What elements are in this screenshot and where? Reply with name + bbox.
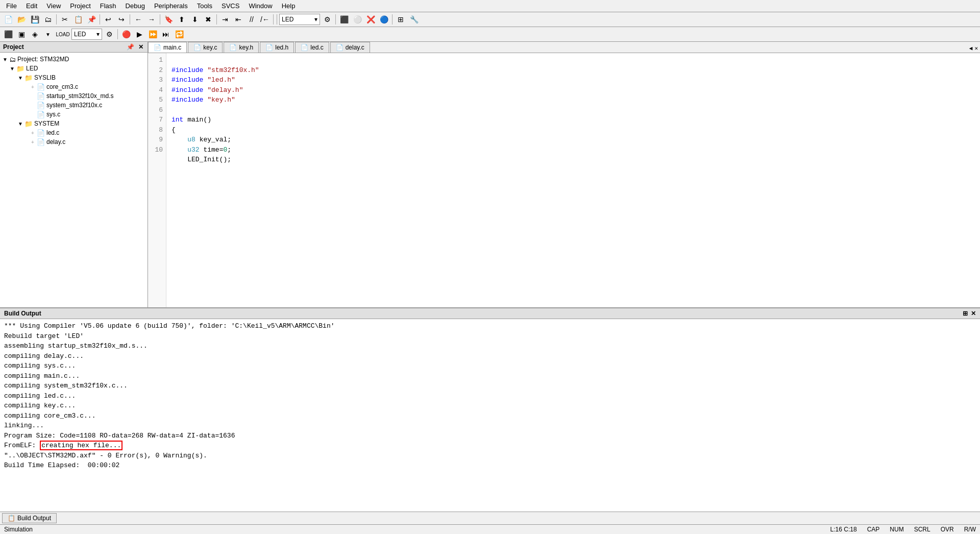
tree-led-label: LED: [26, 65, 38, 72]
tab-key-h[interactable]: 📄 key.h: [224, 42, 259, 53]
build-output-header: Build Output ⊞ ✕: [0, 308, 980, 319]
tab-main-c[interactable]: 📄 main.c: [148, 42, 187, 53]
bookmark-btn[interactable]: 🔖: [162, 14, 175, 25]
core-cm3-expander[interactable]: +: [29, 83, 37, 91]
startup-icon: 📄: [37, 92, 45, 100]
tree-delay-c[interactable]: + 📄 delay.c: [0, 137, 148, 147]
code-editor[interactable]: 1 2 3 4 5 6 7 8 9 10 #include "stm32f10x…: [148, 53, 980, 307]
copy-btn[interactable]: 📋: [72, 14, 84, 25]
prev-bookmark-btn[interactable]: ⬆: [176, 14, 188, 25]
root-expander[interactable]: ▼: [1, 55, 9, 63]
run-btn[interactable]: ⚪: [351, 14, 363, 25]
tree-startup-label: startup_stm32f10x_md.s: [46, 92, 113, 100]
tb2-dbg1[interactable]: 🔴: [120, 29, 132, 40]
bottom-tab-icon: 📋: [8, 515, 15, 522]
menu-svcs[interactable]: SVCS: [217, 1, 243, 11]
open-btn[interactable]: 📂: [15, 14, 28, 25]
flash-btn[interactable]: 🔵: [378, 14, 390, 25]
menu-debug[interactable]: Debug: [121, 1, 149, 11]
led-c-expander[interactable]: +: [29, 129, 37, 137]
sep4: [160, 14, 160, 25]
tb2-btn3[interactable]: ◈: [29, 29, 41, 40]
delay-c-expander[interactable]: +: [29, 138, 37, 146]
sep8: [335, 14, 336, 25]
tab-scroll-left[interactable]: ◀: [969, 45, 973, 52]
undo-btn[interactable]: ↩: [102, 14, 114, 25]
startup-expander[interactable]: [29, 92, 37, 100]
menu-peripherals[interactable]: Peripherals: [150, 1, 192, 11]
menu-tools[interactable]: Tools: [193, 1, 216, 11]
tb2-setting-btn[interactable]: ⚙: [103, 29, 115, 40]
system-expander[interactable]: ▼: [16, 119, 24, 128]
build-output-content[interactable]: *** Using Compiler 'V5.06 update 6 (buil…: [0, 319, 980, 512]
sys-icon: 📄: [37, 111, 45, 118]
tab-key-h-label: key.h: [239, 44, 253, 51]
tb2-btn5[interactable]: LOAD: [55, 29, 70, 40]
tb2-btn1[interactable]: ⬛: [2, 29, 14, 40]
menu-help[interactable]: Help: [278, 1, 300, 11]
redo-btn[interactable]: ↪: [115, 14, 128, 25]
indent-btn[interactable]: ⇥: [219, 14, 231, 25]
system-stm32-expander[interactable]: [29, 101, 37, 109]
tab-delay-c[interactable]: 📄 delay.c: [330, 42, 370, 53]
tree-core-cm3[interactable]: + 📄 core_cm3.c: [0, 82, 148, 91]
menu-project[interactable]: Project: [66, 1, 94, 11]
sys-expander[interactable]: [29, 110, 37, 118]
menu-file[interactable]: File: [2, 1, 21, 11]
tab-delay-c-icon: 📄: [336, 44, 344, 51]
tree-sys[interactable]: 📄 sys.c: [0, 110, 148, 119]
tb2-btn4[interactable]: ▼: [42, 29, 54, 40]
target-dropdown[interactable]: LED ▾: [279, 14, 320, 25]
tb2-dbg2[interactable]: ▶: [133, 29, 145, 40]
tab-key-c[interactable]: 📄 key.c: [188, 42, 223, 53]
settings-btn[interactable]: 🔧: [408, 14, 420, 25]
target-options-btn[interactable]: ⚙: [321, 14, 333, 25]
build-output-header-icons: ⊞ ✕: [963, 310, 976, 317]
nav-fwd-btn[interactable]: →: [145, 14, 158, 25]
menu-window[interactable]: Window: [244, 1, 276, 11]
tree-startup[interactable]: 📄 startup_stm32f10x_md.s: [0, 91, 148, 101]
view-toggle-btn[interactable]: ⊞: [395, 14, 407, 25]
tree-system-folder[interactable]: ▼ 📁 SYSTEM: [0, 119, 148, 128]
stop-btn[interactable]: ❌: [364, 14, 377, 25]
tree-root[interactable]: ▼ 🗂 Project: STM32MD: [0, 55, 148, 64]
tab-led-h[interactable]: 📄 led.h: [260, 42, 294, 53]
tree-led-c[interactable]: + 📄 led.c: [0, 128, 148, 137]
build-btn[interactable]: ⬛: [338, 14, 350, 25]
tb2-btn2[interactable]: ▣: [15, 29, 28, 40]
build-output-expand-icon[interactable]: ⊞: [963, 310, 968, 317]
tree-led-folder[interactable]: ▼ 📁 LED: [0, 64, 148, 73]
tb2-dbg3[interactable]: ⏩: [146, 29, 159, 40]
syslib-expander[interactable]: ▼: [16, 74, 24, 82]
status-num: NUM: [890, 526, 903, 533]
save-all-btn[interactable]: 🗂: [42, 14, 54, 25]
next-bookmark-btn[interactable]: ⬇: [189, 14, 201, 25]
pin-icon[interactable]: 📌: [126, 43, 135, 51]
led-expander[interactable]: ▼: [8, 64, 16, 72]
paste-btn[interactable]: 📌: [85, 14, 97, 25]
nav-back-btn[interactable]: ←: [132, 14, 144, 25]
close-panel-icon[interactable]: ✕: [137, 43, 144, 51]
menu-flash[interactable]: Flash: [96, 1, 120, 11]
comment-btn[interactable]: //: [246, 14, 258, 25]
tb2-target-dropdown[interactable]: LED ▾: [71, 29, 102, 40]
new-file-btn[interactable]: 📄: [2, 14, 14, 25]
code-content[interactable]: #include "stm32f10x.h" #include "led.h" …: [166, 53, 980, 307]
tree-syslib-folder[interactable]: ▼ 📁 SYSLIB: [0, 73, 148, 82]
unindent-btn[interactable]: ⇤: [232, 14, 244, 25]
menu-view[interactable]: View: [42, 1, 65, 11]
tab-close-all[interactable]: ✕: [974, 45, 978, 52]
save-btn[interactable]: 💾: [29, 14, 41, 25]
tab-led-c[interactable]: 📄 led.c: [295, 42, 329, 53]
bottom-tab-build-output[interactable]: 📋 Build Output: [2, 513, 57, 523]
tb2-dbg4[interactable]: ⏭: [160, 29, 172, 40]
tb2-dbg5[interactable]: 🔁: [173, 29, 185, 40]
menu-edit[interactable]: Edit: [22, 1, 41, 11]
uncomment-btn[interactable]: /←: [259, 14, 271, 25]
clear-bookmark-btn[interactable]: ✖: [202, 14, 214, 25]
build-line-6: compiling system_stm32f10x.c...: [4, 381, 976, 391]
cut-btn[interactable]: ✂: [59, 14, 71, 25]
build-line-14: Build Time Elapsed: 00:00:02: [4, 460, 976, 471]
tree-system-stm32[interactable]: 📄 system_stm32f10x.c: [0, 101, 148, 110]
build-output-close-icon[interactable]: ✕: [971, 310, 976, 317]
